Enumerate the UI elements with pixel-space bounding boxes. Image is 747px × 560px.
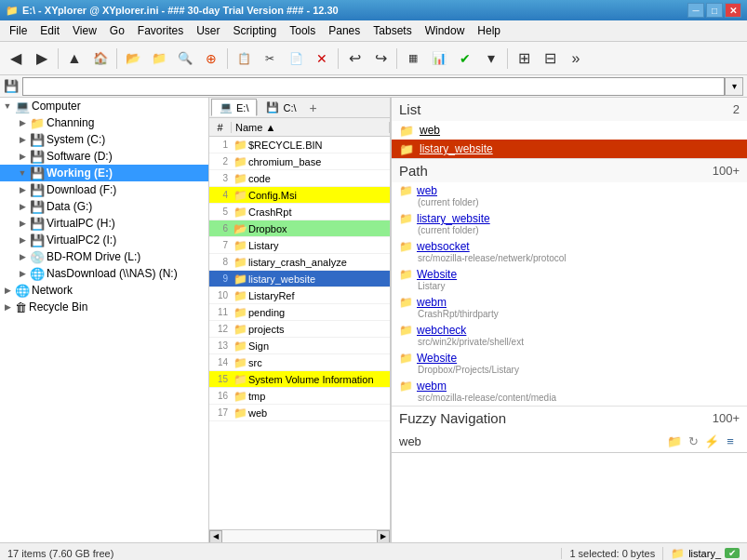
menu-item-file[interactable]: File: [4, 22, 33, 39]
tab-add-button[interactable]: +: [305, 100, 322, 115]
menu-item-panes[interactable]: Panes: [323, 22, 366, 39]
home-button[interactable]: 🏠: [88, 47, 113, 71]
list-item-listary-website[interactable]: 📁 listary_website: [392, 140, 747, 158]
address-input[interactable]: E:\: [22, 77, 725, 96]
tree-item-data--g--[interactable]: ▶💾Data (G:): [0, 198, 208, 215]
path-item-name[interactable]: webcheck: [417, 324, 466, 337]
fuzzy-btn-folder[interactable]: 📁: [665, 432, 684, 450]
tree-expand-icon[interactable]: ▶: [15, 266, 30, 281]
file-row[interactable]: 16📁tmp: [209, 388, 390, 405]
tree-expand-icon[interactable]: ▶: [15, 233, 30, 247]
tree-item-download--f--[interactable]: ▶💾Download (F:): [0, 181, 208, 198]
addr-dropdown-btn[interactable]: ▾: [725, 77, 743, 96]
fuzzy-input[interactable]: [399, 434, 665, 448]
file-row[interactable]: 12📁projects: [209, 321, 390, 338]
menu-item-window[interactable]: Window: [420, 22, 471, 39]
col-header-name[interactable]: Name ▲: [232, 122, 390, 133]
menu-item-favorites[interactable]: Favorites: [132, 22, 189, 39]
tab-e-drive[interactable]: 💻 E:\: [211, 99, 257, 116]
tree-item-bd-rom-drive--l--[interactable]: ▶💿BD-ROM Drive (L:): [0, 248, 208, 265]
path-item-name[interactable]: listary_website: [417, 212, 490, 225]
new-folder-button[interactable]: 📁: [147, 47, 171, 71]
tree-expand-icon[interactable]: ▶: [15, 149, 30, 164]
back-button[interactable]: ◀: [4, 47, 28, 71]
tree-expand-icon[interactable]: ▶: [0, 283, 15, 298]
path-item-name[interactable]: webm: [417, 380, 447, 393]
tree-item-working--e--[interactable]: ▼💾Working (E:): [0, 165, 208, 181]
tree-expand-icon[interactable]: ▶: [15, 199, 30, 214]
file-row[interactable]: 9📁listary_website: [209, 271, 390, 287]
fuzzy-btn-star[interactable]: ⚡: [702, 432, 721, 450]
menu-item-help[interactable]: Help: [472, 22, 506, 39]
grid2-button[interactable]: ⊟: [538, 47, 562, 71]
file-row[interactable]: 6📂Dropbox: [209, 220, 390, 237]
menu-item-tabsets[interactable]: Tabsets: [367, 22, 417, 39]
file-row[interactable]: 8📁listary_crash_analyze: [209, 254, 390, 271]
file-row[interactable]: 3📁code: [209, 170, 390, 187]
tree-item-recycle-bin[interactable]: ▶🗑Recycle Bin: [0, 299, 208, 315]
file-row[interactable]: 7📁Listary: [209, 237, 390, 254]
fuzzy-btn-list[interactable]: ≡: [721, 432, 740, 450]
file-row[interactable]: 10📁ListaryRef: [209, 287, 390, 304]
tree-expand-icon[interactable]: ▼: [15, 166, 30, 180]
tree-item-channing[interactable]: ▶📁Channing: [0, 114, 208, 131]
menu-item-go[interactable]: Go: [104, 22, 130, 39]
menu-item-scripting[interactable]: Scripting: [228, 22, 283, 39]
menu-item-tools[interactable]: Tools: [284, 22, 321, 39]
redo-button[interactable]: ↪: [368, 47, 393, 71]
view1-button[interactable]: ▦: [401, 47, 425, 71]
tab-c-drive[interactable]: 💾 C:\: [258, 99, 304, 116]
tree-expand-icon[interactable]: ▼: [0, 99, 15, 113]
list-item-web[interactable]: 📁 web: [392, 121, 747, 140]
chart-button[interactable]: 📊: [427, 47, 451, 71]
file-panel-hscroll[interactable]: ◀ ▶: [209, 529, 390, 542]
file-row[interactable]: 15📁System Volume Information: [209, 371, 390, 388]
tree-item-nasdownload----nas---n--[interactable]: ▶🌐NasDownload (\\NAS) (N:): [0, 265, 208, 282]
close-button[interactable]: ✕: [725, 3, 741, 18]
menu-item-user[interactable]: User: [191, 22, 225, 39]
fuzzy-btn-refresh[interactable]: ↻: [684, 432, 702, 450]
tree-expand-icon[interactable]: ▶: [0, 300, 15, 314]
tree-item-virtualpc--h--[interactable]: ▶💾VirtualPC (H:): [0, 215, 208, 232]
paste-button[interactable]: 📄: [284, 47, 308, 71]
path-item-name[interactable]: websocket: [417, 240, 470, 253]
tree-expand-icon[interactable]: ▶: [15, 132, 30, 147]
hscroll-right[interactable]: ▶: [377, 530, 390, 543]
path-item-name[interactable]: web: [417, 184, 437, 197]
path-item-name[interactable]: webm: [417, 296, 447, 309]
forward-button[interactable]: ▶: [30, 47, 54, 71]
delete-button[interactable]: ✕: [310, 47, 334, 71]
tree-item-software--d--[interactable]: ▶💾Software (D:): [0, 148, 208, 165]
tree-expand-icon[interactable]: ▶: [15, 216, 30, 231]
cut-button[interactable]: ✂: [258, 47, 282, 71]
grid1-button[interactable]: ⊞: [512, 47, 536, 71]
file-row[interactable]: 2📁chromium_base: [209, 153, 390, 170]
hscroll-left[interactable]: ◀: [209, 530, 222, 543]
file-row[interactable]: 13📁Sign: [209, 338, 390, 354]
menu-item-view[interactable]: View: [67, 22, 102, 39]
minimize-button[interactable]: ─: [687, 3, 704, 18]
undo-button[interactable]: ↩: [342, 47, 367, 71]
path-item-name[interactable]: Website: [417, 352, 457, 365]
dropdown-button[interactable]: ▾: [479, 47, 503, 71]
tree-expand-icon[interactable]: ▶: [15, 115, 30, 130]
maximize-button[interactable]: □: [706, 3, 723, 18]
file-row[interactable]: 4📁Config.Msi: [209, 187, 390, 204]
tree-item-virtualpc2--i--[interactable]: ▶💾VirtualPC2 (I:): [0, 232, 208, 248]
file-row[interactable]: 14📁src: [209, 354, 390, 371]
path-item-name[interactable]: Website: [417, 268, 457, 281]
search-button[interactable]: 🔍: [173, 47, 197, 71]
tree-item-system--c--[interactable]: ▶💾System (C:): [0, 131, 208, 148]
copy-button[interactable]: 📋: [232, 47, 256, 71]
tree-expand-icon[interactable]: ▶: [15, 249, 30, 264]
file-row[interactable]: 5📁CrashRpt: [209, 204, 390, 220]
tree-item-computer[interactable]: ▼💻Computer: [0, 98, 208, 114]
tree-expand-icon[interactable]: ▶: [15, 182, 30, 197]
sync-button[interactable]: ⊕: [199, 47, 223, 71]
file-row[interactable]: 1📁$RECYCLE.BIN: [209, 137, 390, 153]
up-button[interactable]: ▲: [62, 47, 87, 71]
check-button[interactable]: ✔: [453, 47, 477, 71]
file-row[interactable]: 17📁web: [209, 405, 390, 421]
file-row[interactable]: 11📁pending: [209, 304, 390, 321]
more-button[interactable]: »: [564, 47, 588, 71]
